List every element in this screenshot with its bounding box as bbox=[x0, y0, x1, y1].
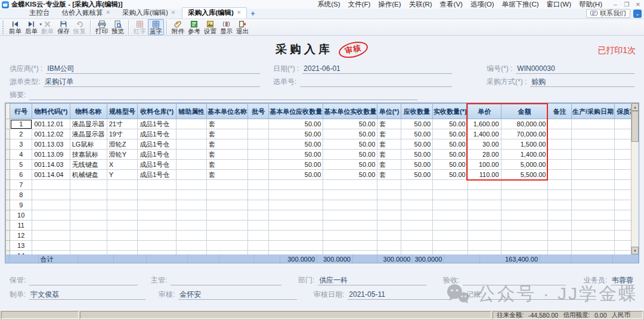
row-selector[interactable] bbox=[6, 231, 10, 241]
column-header-7[interactable]: 批号 bbox=[247, 104, 268, 119]
column-header-13[interactable]: 单价 bbox=[467, 104, 501, 119]
menu-item-4[interactable]: 查看(V) bbox=[440, 0, 463, 9]
toolbar-grip[interactable] bbox=[2, 21, 4, 34]
cell[interactable] bbox=[138, 231, 177, 241]
cell[interactable] bbox=[571, 190, 614, 200]
column-header-2[interactable]: 物料名称 bbox=[70, 104, 107, 119]
cell[interactable]: 50.00 bbox=[323, 170, 377, 180]
next-button[interactable]: 后单▾ bbox=[23, 19, 39, 35]
column-header-3[interactable]: 规格型号 bbox=[107, 104, 137, 119]
cell[interactable] bbox=[70, 190, 107, 200]
cell[interactable]: 滑轮Y bbox=[107, 150, 137, 160]
menu-item-8[interactable]: 帮助(H) bbox=[579, 0, 602, 9]
cell[interactable]: 5,500.00 bbox=[501, 170, 548, 180]
cell[interactable] bbox=[501, 180, 548, 190]
blueword-button[interactable]: 蓝字 bbox=[148, 19, 164, 35]
row-selector[interactable] bbox=[6, 210, 10, 220]
row-selector[interactable] bbox=[6, 220, 10, 231]
cell[interactable] bbox=[501, 220, 548, 231]
cell[interactable] bbox=[177, 180, 206, 190]
menu-item-5[interactable]: 选项(O) bbox=[470, 0, 494, 9]
cell[interactable] bbox=[433, 231, 468, 241]
cell[interactable] bbox=[32, 220, 70, 231]
cell[interactable] bbox=[501, 231, 548, 241]
cell[interactable] bbox=[571, 241, 614, 251]
cell[interactable]: 001.12.02 bbox=[32, 129, 70, 139]
cell[interactable] bbox=[377, 220, 401, 231]
cell[interactable] bbox=[138, 200, 177, 210]
row-selector[interactable] bbox=[6, 129, 10, 139]
cell[interactable] bbox=[467, 231, 501, 241]
cell[interactable] bbox=[401, 180, 432, 190]
cell[interactable] bbox=[70, 180, 107, 190]
prev-button[interactable]: 前单 bbox=[7, 19, 23, 35]
bookkeeper-field[interactable]: 记账: bbox=[466, 290, 596, 300]
cell[interactable] bbox=[571, 170, 614, 180]
display-button[interactable]: 显示 bbox=[218, 19, 234, 35]
acceptor-value[interactable] bbox=[463, 276, 565, 285]
cell[interactable] bbox=[206, 200, 247, 210]
cell[interactable]: 21寸 bbox=[107, 119, 137, 129]
cell[interactable]: 001.13.03 bbox=[32, 139, 70, 150]
row-number[interactable]: 1 bbox=[10, 119, 32, 129]
cell[interactable] bbox=[177, 170, 206, 180]
vertical-scrollbar[interactable]: ▲ ▼ bbox=[631, 103, 639, 254]
cell[interactable] bbox=[548, 241, 571, 251]
department-field[interactable]: 部门: 供应一科 bbox=[298, 275, 426, 285]
cell[interactable]: 成品1号仓 bbox=[138, 119, 177, 129]
cell[interactable] bbox=[107, 190, 137, 200]
cell[interactable]: Y bbox=[107, 170, 137, 180]
cell[interactable] bbox=[247, 241, 268, 251]
cell[interactable]: 50.00 bbox=[401, 150, 432, 160]
cell[interactable]: 50.00 bbox=[323, 150, 377, 160]
close-button[interactable]: ✕ bbox=[634, 1, 642, 8]
summary-value[interactable] bbox=[29, 91, 417, 100]
cell[interactable] bbox=[247, 170, 268, 180]
tab-2[interactable]: 采购入库(编辑)✕ bbox=[117, 8, 181, 18]
cell[interactable] bbox=[377, 210, 401, 220]
row-number[interactable]: 9 bbox=[10, 200, 32, 210]
cell[interactable] bbox=[433, 241, 468, 251]
cell[interactable] bbox=[467, 210, 501, 220]
cell[interactable]: 套 bbox=[377, 160, 401, 170]
cell[interactable]: 滑轮Z bbox=[107, 139, 137, 150]
cell[interactable] bbox=[206, 190, 247, 200]
scroll-up-icon[interactable]: ▲ bbox=[631, 103, 639, 111]
row-number[interactable]: 5 bbox=[10, 160, 32, 170]
cell[interactable] bbox=[177, 150, 206, 160]
tab-close-icon[interactable]: ✕ bbox=[237, 10, 242, 15]
cell[interactable]: 001.14.04 bbox=[32, 170, 70, 180]
cell[interactable] bbox=[177, 210, 206, 220]
cell[interactable]: 001.14.03 bbox=[32, 160, 70, 170]
cell[interactable] bbox=[571, 119, 614, 129]
cell[interactable] bbox=[433, 190, 468, 200]
cell[interactable] bbox=[467, 241, 501, 251]
source-type-value[interactable]: 采购订单 bbox=[44, 77, 260, 87]
cell[interactable] bbox=[548, 190, 571, 200]
row-selector[interactable] bbox=[6, 119, 10, 129]
cell[interactable]: 套 bbox=[377, 170, 401, 180]
cell[interactable] bbox=[32, 190, 70, 200]
row-number[interactable]: 10 bbox=[10, 210, 32, 220]
cell[interactable]: LG鼠标 bbox=[70, 139, 107, 150]
cell[interactable]: 5,000.00 bbox=[501, 160, 548, 170]
cell[interactable] bbox=[247, 220, 268, 231]
cell[interactable]: 1,400.00 bbox=[467, 129, 501, 139]
cell[interactable]: 套 bbox=[206, 139, 247, 150]
cell[interactable] bbox=[571, 210, 614, 220]
cell[interactable] bbox=[548, 150, 571, 160]
cell[interactable] bbox=[269, 190, 323, 200]
cell[interactable] bbox=[177, 129, 206, 139]
cell[interactable]: 70,000.00 bbox=[501, 129, 548, 139]
column-header-15[interactable]: 备注 bbox=[548, 104, 571, 119]
row-number[interactable]: 6 bbox=[10, 170, 32, 180]
cell[interactable]: 50.00 bbox=[401, 129, 432, 139]
date-field[interactable]: 日期(*) : 2021-06-01 bbox=[273, 64, 452, 74]
cell[interactable] bbox=[571, 231, 614, 241]
cell[interactable] bbox=[177, 119, 206, 129]
cell[interactable] bbox=[138, 190, 177, 200]
cell[interactable] bbox=[548, 220, 571, 231]
cell[interactable] bbox=[206, 220, 247, 231]
column-header-12[interactable]: 实收数量(*) bbox=[433, 104, 468, 119]
cell[interactable] bbox=[138, 210, 177, 220]
